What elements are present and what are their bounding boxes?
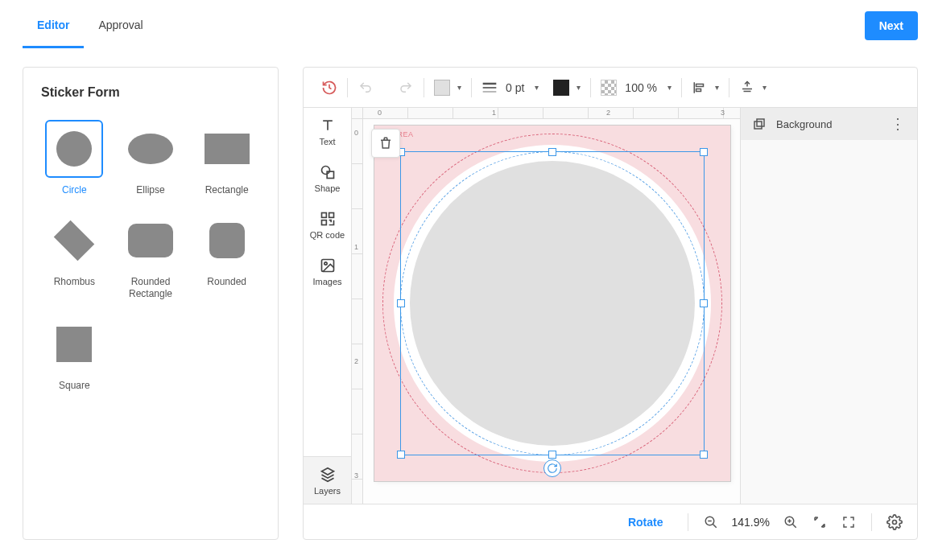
resize-handle-sw[interactable] [397,451,405,459]
svg-rect-14 [757,119,764,126]
ellipse-icon [122,120,180,178]
stroke-weight-value[interactable]: 0 pt [502,81,527,94]
toolbar-separator [681,78,682,97]
shape-option-square[interactable]: Square [41,315,108,393]
zoom-out-icon [704,515,718,529]
toolbar-separator [688,513,688,531]
tool-layers[interactable]: Layers [304,456,351,504]
shape-label: Rectangle [205,184,249,197]
fullscreen-button[interactable] [837,511,860,533]
svg-point-12 [324,262,326,265]
shape-label: Circle [62,184,87,197]
rotate-handle[interactable] [543,459,561,477]
resize-handle-s[interactable] [548,451,556,459]
zoom-value: 141.9% [729,516,773,529]
next-button[interactable]: Next [865,11,918,40]
zoom-in-icon [783,515,798,529]
shape-label: Rounded Rectangle [118,276,184,301]
toolbar-separator [729,78,729,97]
toolbar-separator [590,78,591,97]
shape-label: Rounded [207,276,246,289]
tool-qr-code[interactable]: QR code [304,201,351,248]
tool-label: Images [312,277,341,286]
toolbar-separator [347,78,348,97]
sticker-form-panel: Sticker Form Circle Ellipse Rectangle Rh… [23,67,279,540]
square-icon [45,315,103,373]
selection-box[interactable] [400,151,705,455]
layer-name: Background [776,118,832,130]
align-icon [692,80,708,96]
opacity-value[interactable]: 100 % [622,81,660,94]
shape-option-circle[interactable]: Circle [41,120,108,197]
tool-images[interactable]: Images [304,248,351,294]
resize-handle-ne[interactable] [700,148,708,156]
shape-option-rectangle[interactable]: Rectangle [193,120,260,197]
shape-option-ellipse[interactable]: Ellipse [118,120,184,197]
svg-rect-13 [754,121,762,129]
tool-label: Text [319,137,335,146]
toolbar-separator [471,78,472,97]
layer-row-background[interactable]: Background ⋮ [741,108,917,140]
fullscreen-icon [841,515,856,529]
align-dropdown[interactable]: ▾ [684,68,727,107]
undo-icon[interactable] [357,80,374,96]
svg-rect-8 [321,213,326,218]
fill-swatch-icon [434,80,450,96]
side-tools: Text Shape QR code Images Layers [304,108,352,504]
ruler-horizontal: 0 1 2 3 [363,108,740,119]
shape-label: Ellipse [136,184,164,197]
resize-handle-w[interactable] [397,299,405,307]
zoom-in-button[interactable] [779,511,802,533]
resize-handle-se[interactable] [700,451,708,459]
circle-icon [45,120,103,178]
chevron-down-icon[interactable]: ▾ [667,83,672,92]
rounded-icon [198,212,256,270]
shape-label: Square [59,380,90,393]
history-icon[interactable] [321,80,337,96]
header-tabs: Editor Approval [23,2,158,48]
shape-label: Rhombus [54,276,95,289]
shapes-grid: Circle Ellipse Rectangle Rhombus Rounded… [41,120,260,392]
delete-button[interactable] [371,129,400,158]
arrange-dropdown[interactable]: ▾ [731,68,775,107]
toolbar-separator [871,513,872,531]
layers-panel: Background ⋮ [740,108,917,504]
stroke-style-icon[interactable] [481,80,498,96]
chevron-down-icon: ▾ [715,83,719,92]
shape-option-rounded-rectangle[interactable]: Rounded Rectangle [118,212,184,301]
tab-editor[interactable]: Editor [23,2,84,48]
panel-title: Sticker Form [41,85,260,100]
settings-button[interactable] [883,511,906,533]
zoom-out-button[interactable] [700,511,722,533]
header: Editor Approval Next [0,0,934,51]
tool-shape[interactable]: Shape [304,154,351,201]
canvas[interactable]: 0 1 2 3 0 1 2 3 AREA [352,108,740,504]
stroke-color-swatch-icon[interactable] [553,80,569,96]
chevron-down-icon: ▾ [762,83,767,92]
rotate-button[interactable]: Rotate [615,516,676,529]
redo-icon[interactable] [398,80,414,96]
artboard[interactable]: AREA [374,126,730,481]
rectangle-icon [198,120,256,178]
fit-screen-button[interactable] [808,511,831,533]
tool-label: QR code [310,230,345,240]
fit-icon [812,515,827,529]
resize-handle-n[interactable] [548,148,556,156]
chevron-down-icon[interactable]: ▾ [535,83,539,92]
svg-line-16 [713,524,717,528]
editor-body: Text Shape QR code Images Layers [304,108,917,504]
shape-option-rhombus[interactable]: Rhombus [41,212,108,301]
shape-icon [320,164,336,180]
svg-line-19 [792,524,796,528]
shape-option-rounded[interactable]: Rounded [193,212,260,301]
arrange-icon [739,80,755,96]
tool-label: Layers [314,486,341,496]
chevron-down-icon[interactable]: ▾ [577,83,581,92]
tab-approval[interactable]: Approval [84,2,157,48]
tool-text[interactable]: Text [304,108,351,154]
svg-rect-9 [329,213,333,218]
resize-handle-e[interactable] [700,299,708,307]
trash-icon [378,136,393,150]
fill-color-picker[interactable]: ▾ [426,68,469,107]
more-icon[interactable]: ⋮ [891,115,906,133]
